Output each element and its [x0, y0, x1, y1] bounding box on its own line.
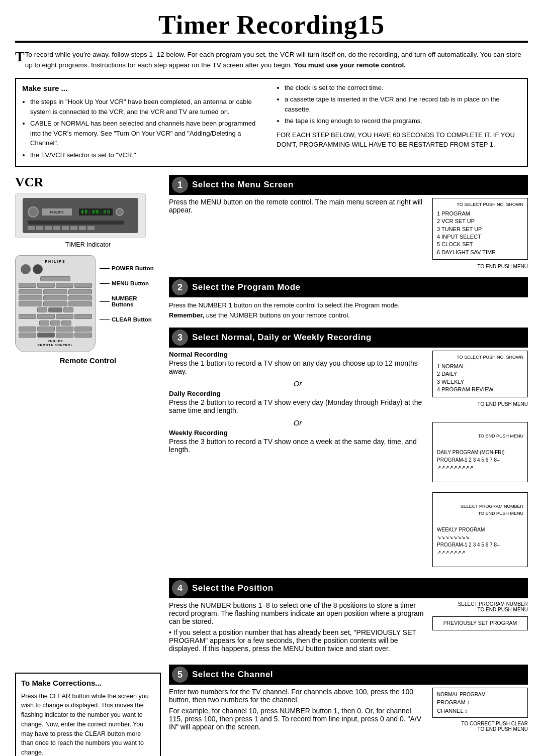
step-1-body: Press the MENU button on the remote cont… [169, 198, 426, 214]
remote-section: PHILIPS [15, 255, 161, 352]
play2-btn[interactable] [74, 327, 92, 332]
make-sure-right: the clock is set to the correct time. a … [277, 83, 521, 162]
daily-recording-sub: Daily Recording Press the 2 button to re… [169, 390, 426, 414]
normal-item-3: 3 WEEKLY [437, 378, 523, 386]
make-sure-left: Make sure ... the steps in "Hook Up Your… [22, 83, 266, 162]
mute-btn[interactable] [40, 276, 70, 281]
make-sure-caps: FOR EACH STEP BELOW, YOU HAVE 60 SECONDS… [277, 130, 521, 150]
step-5-text: Enter two numbers for the TV channel. Fo… [169, 688, 426, 733]
intro-bold: You must use your remote control. [294, 61, 406, 69]
bottom-layout: To Make Corrections... Press the CLEAR b… [15, 665, 528, 756]
otr-btn[interactable] [19, 327, 36, 332]
step-1-title: Select the Menu Screen [192, 180, 294, 190]
step-2-number: 2 [172, 279, 188, 295]
tv-vcr-btn[interactable] [74, 333, 92, 338]
right-arrow-btn[interactable] [63, 307, 73, 312]
number-buttons-label-wrap: NUMBER Buttons [100, 295, 154, 307]
weekly-recording-sub: Weekly Recording Press the 3 button to r… [169, 429, 426, 454]
power-button-label-wrap: POWER Button [100, 265, 154, 271]
num-btn-4[interactable] [19, 301, 42, 306]
ch-btn-2[interactable] [37, 283, 55, 288]
normal-item-2: 2 DAILY [437, 370, 523, 378]
vcr-label: VCR [15, 175, 161, 190]
make-sure-item-6: the tape is long enough to record the pr… [285, 116, 521, 126]
left-arrow-btn[interactable] [37, 307, 47, 312]
dropcap: T [15, 50, 25, 64]
mono-btn[interactable] [37, 327, 55, 332]
menu-btn[interactable] [19, 289, 42, 294]
ch-btn-3[interactable] [56, 283, 73, 288]
step-1-screen-box: TO SELECT PUSH NO. SHOWN 1 PROGRAM 2 VCR… [432, 198, 528, 260]
channel-screen-label: NORMAL PROGRAM [437, 691, 523, 698]
extra-btn[interactable] [68, 289, 92, 294]
step-4-screen: SELECT PROGRAM NUMBER TO END PUSH MENU P… [432, 601, 528, 653]
num-btn-3[interactable] [68, 295, 92, 300]
weekly-recording-body: Press the 3 button to record a TV show o… [169, 438, 426, 454]
step-2-section: 2 Select the Program Mode Press the NUMB… [169, 277, 528, 320]
weekly-screen-content: WEEKLY PROGRAM ↘↘↘↘↘↘↘↘ PROGRAM-1 2 3 4 … [437, 526, 523, 556]
clear-btn[interactable] [37, 333, 55, 338]
make-sure-item-5: a cassette tape is inserted in the VCR a… [285, 94, 521, 114]
or-1: Or [169, 379, 426, 388]
remote-bottom-brand: PHILIPS REMOTE CONTROL [19, 340, 92, 348]
step-4-select-label: SELECT PROGRAM NUMBER TO END PUSH MENU [432, 601, 528, 612]
normal-screen-label: TO SELECT PUSH NO. SHOWN [437, 354, 523, 361]
normal-item-1: 1 NORMAL [437, 363, 523, 370]
menu-line [100, 283, 110, 284]
normal-screen-box: TO SELECT PUSH NO. SHOWN 1 NORMAL 2 DAIL… [432, 351, 528, 397]
num-btn-1[interactable] [19, 295, 42, 300]
step-3-screens: TO SELECT PUSH NO. SHOWN 1 NORMAL 2 DAIL… [432, 351, 528, 571]
ch-btn-4[interactable] [74, 283, 92, 288]
status-btn[interactable] [56, 327, 73, 332]
step-5-screen: NORMAL PROGRAM PROGRAM ↕ CHANNEL ↕ TO CO… [432, 688, 528, 733]
remote-body: PHILIPS [15, 255, 96, 352]
step-1-screen-item-1: 1 PROGRAM [437, 210, 523, 218]
fav-btn[interactable] [39, 320, 49, 326]
center-btn[interactable] [48, 307, 62, 312]
num-btn-2[interactable] [43, 295, 67, 300]
step-1-screen-item-4: 4 INPUT SELECT [437, 233, 523, 241]
normal-item-4: 4 PROGRAM REVIEW [437, 386, 523, 393]
normal-end-label: TO END PUSH MENU [432, 401, 528, 407]
vcr-illustration: PHILIPS 48:88:88 [15, 193, 146, 238]
rew-btn[interactable] [37, 314, 55, 319]
speed-btn[interactable] [19, 333, 36, 338]
timer-btn[interactable] [50, 320, 60, 326]
weekly-screen-label: SELECT PROGRAM NUMBER TO END PUSH MENU [437, 503, 523, 517]
tv-power-btn[interactable] [21, 264, 31, 274]
step-1-end-label: TO END PUSH MENU [432, 264, 528, 269]
corrections-box: To Make Corrections... Press the CLEAR b… [15, 673, 161, 756]
step-4-body: Press the NUMBER buttons 1–8 to select o… [169, 601, 426, 625]
step-4-title: Select the Position [192, 583, 274, 593]
vcr-power-btn[interactable] [33, 264, 43, 274]
daily-recording-body: Press the 2 button to record a TV show e… [169, 398, 426, 414]
step-5-number: 5 [172, 667, 188, 683]
right-column: 1 Select the Menu Screen Press the MENU … [169, 175, 528, 660]
slk-btn[interactable] [61, 320, 71, 326]
menu-button-label-wrap: MENU Button [100, 280, 154, 286]
normal-recording-title: Normal Recording [169, 351, 426, 358]
page-title: Timer Recording15 [15, 10, 528, 43]
left-column: VCR PHILIPS 48:88:88 [15, 175, 161, 660]
ch-btn-1[interactable] [19, 283, 36, 288]
status2-btn[interactable] [56, 333, 73, 338]
mode-btn[interactable] [43, 289, 67, 294]
timer-indicator-label: TIMER Indicator [15, 241, 161, 248]
num-btn-6[interactable] [68, 301, 92, 306]
power-button-label: POWER Button [112, 265, 154, 271]
normal-recording-body: Press the 1 button to record a TV show o… [169, 359, 426, 375]
play-btn[interactable] [19, 314, 36, 319]
step-2-body: Press the NUMBER 1 button on the remote … [169, 300, 528, 320]
step-5-channel-screen: NORMAL PROGRAM PROGRAM ↕ CHANNEL ↕ [432, 688, 528, 718]
step-3-section: 3 Select Normal, Daily or Weekly Recordi… [169, 328, 528, 571]
step-4-number: 4 [172, 580, 188, 596]
step-5-title: Select the Channel [192, 670, 273, 680]
stop-btn[interactable] [74, 314, 92, 319]
step-4-prev-program: PREVIOUSLY SET PROGRAM [432, 616, 528, 630]
remote-brand: PHILIPS [19, 260, 92, 263]
corrections-title: To Make Corrections... [21, 678, 155, 689]
num-btn-5[interactable] [43, 301, 67, 306]
ff-btn[interactable] [56, 314, 73, 319]
step-3-text: Normal Recording Press the 1 button to r… [169, 351, 426, 571]
step-1-screen-item-5: 5 CLOCK SET [437, 241, 523, 248]
